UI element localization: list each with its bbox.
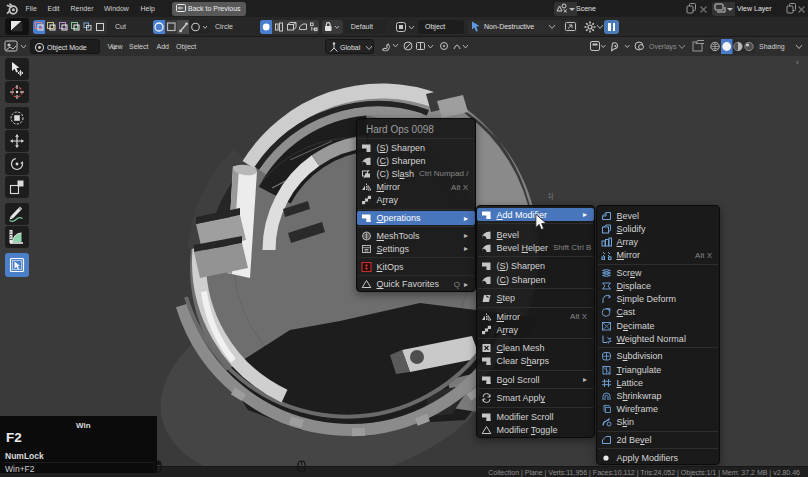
svg-text:⥠|: ⥠|	[548, 192, 553, 200]
svg-text:‹: ‹	[796, 58, 799, 67]
